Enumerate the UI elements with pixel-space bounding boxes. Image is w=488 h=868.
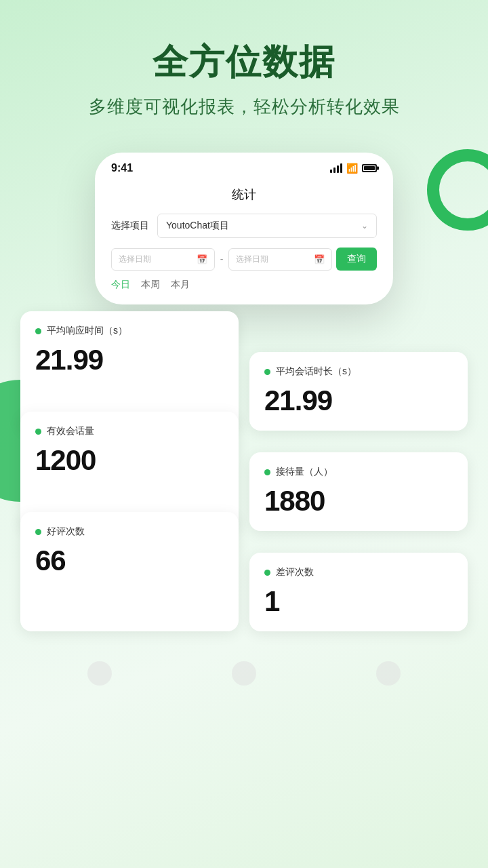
stat-label-avg-response-time: 平均响应时间（s）	[35, 325, 224, 337]
select-label: 选择项目	[111, 220, 149, 232]
green-dot-icon	[35, 529, 41, 535]
bottom-nav-icon-3	[376, 661, 401, 686]
stat-card-reception-count: 接待量（人） 1880	[249, 452, 468, 531]
stat-card-avg-chat-duration: 平均会话时长（s） 21.99	[249, 352, 468, 431]
phone-content: 统计 选择项目 YoutoChat项目 ⌄ 选择日期 📅 - 选择日期 📅	[95, 180, 393, 304]
phone-wrapper: 9:41 📶 统计 选择项目 YoutoChat项目 ⌄	[0, 153, 488, 304]
select-value: YoutoChat项目	[166, 220, 229, 232]
bottom-nav-icon-1	[87, 661, 112, 686]
date-start-picker[interactable]: 选择日期 📅	[111, 248, 215, 271]
signal-icon	[330, 163, 342, 173]
select-row: 选择项目 YoutoChat项目 ⌄	[111, 214, 377, 238]
phone-page-title: 统计	[111, 186, 377, 203]
green-dot-icon	[264, 570, 270, 576]
quick-tabs: 今日 本周 本月	[111, 279, 377, 291]
phone-frame: 9:41 📶 统计 选择项目 YoutoChat项目 ⌄	[95, 153, 393, 304]
calendar-start-icon: 📅	[197, 254, 207, 264]
chevron-down-icon: ⌄	[361, 221, 368, 231]
stat-value-avg-response-time: 21.99	[35, 344, 224, 376]
date-start-placeholder: 选择日期	[119, 254, 151, 265]
calendar-end-icon: 📅	[314, 254, 325, 264]
bottom-nav-icon-2	[232, 661, 256, 686]
green-dot-icon	[35, 429, 41, 435]
header-section: 全方位数据 多维度可视化报表，轻松分析转化效果	[0, 0, 488, 132]
stat-value-avg-chat-duration: 21.99	[264, 384, 453, 417]
stat-card-good-reviews: 好评次数 66	[20, 512, 239, 631]
stat-value-reception-count: 1880	[264, 485, 453, 517]
stat-label-bad-reviews: 差评次数	[264, 566, 453, 578]
tab-today[interactable]: 今日	[111, 279, 130, 291]
date-row: 选择日期 📅 - 选择日期 📅 查询	[111, 248, 377, 271]
tab-this-month[interactable]: 本月	[171, 279, 190, 291]
green-dot-icon	[35, 328, 41, 334]
stat-value-valid-conversations: 1200	[35, 444, 224, 477]
wifi-icon: 📶	[346, 163, 358, 174]
status-icons: 📶	[330, 163, 377, 174]
phone-status-bar: 9:41 📶	[95, 153, 393, 180]
stat-value-bad-reviews: 1	[264, 585, 453, 618]
status-time: 9:41	[111, 162, 133, 174]
stats-section: 平均响应时间（s） 21.99 平均会话时长（s） 21.99 有效会话量 12…	[0, 298, 488, 658]
green-dot-icon	[264, 369, 270, 375]
stat-label-valid-conversations: 有效会话量	[35, 425, 224, 437]
stat-value-good-reviews: 66	[35, 545, 224, 577]
stat-label-reception-count: 接待量（人）	[264, 466, 453, 478]
sub-title: 多维度可视化报表，轻松分析转化效果	[27, 95, 461, 119]
bottom-nav-hint	[0, 652, 488, 695]
date-end-picker[interactable]: 选择日期 📅	[228, 248, 332, 271]
date-end-placeholder: 选择日期	[236, 254, 268, 265]
battery-icon	[362, 164, 377, 172]
query-button[interactable]: 查询	[336, 248, 377, 271]
stat-label-good-reviews: 好评次数	[35, 526, 224, 538]
stat-card-bad-reviews: 差评次数 1	[249, 553, 468, 631]
tab-this-week[interactable]: 本周	[141, 279, 160, 291]
green-dot-icon	[264, 469, 270, 475]
select-dropdown[interactable]: YoutoChat项目 ⌄	[157, 214, 377, 238]
date-separator: -	[219, 254, 225, 264]
stat-label-avg-chat-duration: 平均会话时长（s）	[264, 366, 453, 378]
main-title: 全方位数据	[27, 41, 461, 83]
